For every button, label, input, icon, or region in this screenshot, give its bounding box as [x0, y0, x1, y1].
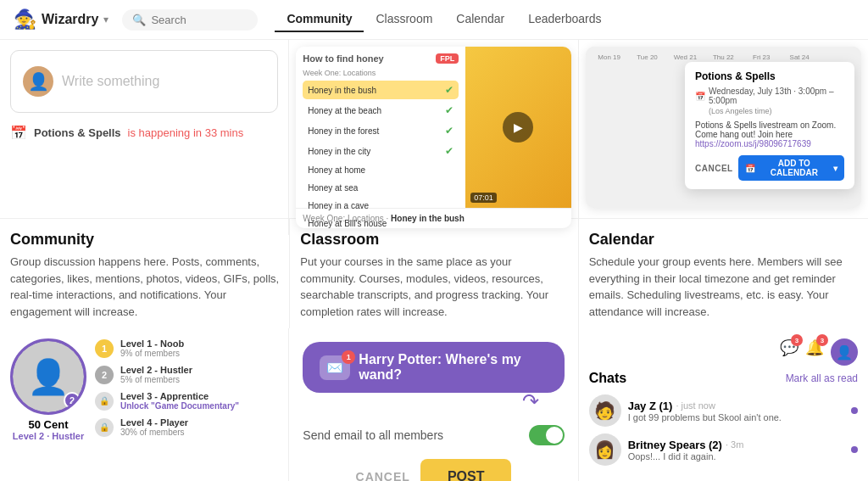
- chat-item[interactable]: 👩 Britney Spears (2) · 3m Oops!... I did…: [589, 433, 858, 466]
- classroom-panel: How to find honey FPL Week One: Location…: [289, 40, 578, 235]
- unread-dot: [851, 407, 858, 414]
- avatar-emoji: 👤: [28, 71, 49, 92]
- course-item[interactable]: Honey at home: [303, 162, 459, 178]
- cal-day: Mon 19: [591, 52, 628, 63]
- chat-name-row: Britney Spears (2) · 3m: [628, 439, 844, 451]
- level-item: 🔒 Level 4 - Player 30% of members: [95, 417, 278, 437]
- event-name: Potions & Spells: [34, 126, 121, 139]
- nav-tab-classroom[interactable]: Classroom: [364, 7, 444, 32]
- chat-preview: I got 99 problems but Skool ain't one.: [628, 412, 844, 422]
- bell-notif: 🔔 3: [805, 338, 824, 366]
- calendar-add-icon: 📅: [745, 164, 755, 173]
- course-list: How to find honey FPL Week One: Location…: [296, 47, 465, 208]
- send-toggle[interactable]: [529, 425, 565, 445]
- chat-avatar: 🧑: [589, 394, 621, 427]
- play-button[interactable]: ▶: [503, 112, 533, 143]
- level-badge-lock: 🔒: [95, 418, 114, 437]
- descriptions-row: Community Group discussion happens here.…: [0, 218, 868, 328]
- write-box[interactable]: 👤 Write something: [10, 50, 278, 113]
- calendar-icon: 📅: [10, 125, 27, 141]
- send-row: Send email to all members: [303, 425, 564, 445]
- cancel-button[interactable]: CANCEL: [356, 470, 410, 481]
- chats-header: Chats Mark all as read: [589, 371, 858, 386]
- user-avatar: 👤: [23, 66, 53, 97]
- notification-icons: 💬 3 🔔 3 👤: [589, 338, 858, 366]
- popup-timezone: (Los Angeles time): [709, 107, 844, 115]
- video-timestamp: 07:01: [470, 193, 497, 203]
- calendar-card: Mon 19 Tue 20 Wed 21 Thu 22 Fri 23 Sat 2…: [586, 47, 861, 208]
- chat-content: Jay Z (1) · just now I got 99 problems b…: [628, 400, 844, 422]
- video-background: ▶: [465, 47, 570, 208]
- email-unread-badge: 1: [342, 350, 355, 364]
- nav-tab-leaderboards[interactable]: Leaderboards: [516, 7, 613, 32]
- search-icon: 🔍: [132, 14, 146, 26]
- nav-tabs: Community Classroom Calendar Leaderboard…: [275, 7, 613, 32]
- toggle-knob: [546, 427, 563, 444]
- action-row: CANCEL POST: [303, 459, 564, 481]
- popup-cancel-button[interactable]: CANCEL: [695, 164, 733, 173]
- popup-add-calendar-button[interactable]: 📅 ADD TO CALENDAR ▾: [738, 155, 844, 181]
- level-item: 🔒 Level 3 - Apprentice Unlock "Game Docu…: [95, 391, 278, 411]
- user-level: Level 2 · Hustler: [13, 431, 84, 441]
- bottom-row: 👤 2 50 Cent Level 2 · Hustler 1 Level 1 …: [0, 328, 868, 481]
- chat-name: Jay Z (1): [628, 400, 673, 412]
- check-icon: ✔: [445, 125, 453, 137]
- popup-link[interactable]: https://zoom.us/j/98096717639: [695, 139, 811, 148]
- classroom-title: Classroom: [300, 231, 567, 249]
- level-unlock-link[interactable]: Unlock "Game Documentary": [120, 401, 239, 411]
- course-badge: FPL: [436, 53, 459, 64]
- popup-title: Potions & Spells: [695, 70, 844, 82]
- level-name: Level 1 - Noob: [120, 338, 184, 349]
- course-item[interactable]: Honey in a cave: [303, 198, 459, 214]
- calendar-panel: Mon 19 Tue 20 Wed 21 Thu 22 Fri 23 Sat 2…: [579, 40, 868, 235]
- logo-text: Wizardry: [42, 12, 98, 27]
- course-item[interactable]: Honey in the bush ✔: [303, 81, 459, 99]
- email-icon: ✉️: [326, 361, 343, 375]
- course-item[interactable]: Honey in the forest ✔: [303, 121, 459, 140]
- logo-caret-icon[interactable]: ▾: [103, 14, 108, 25]
- chat-item[interactable]: 🧑 Jay Z (1) · just now I got 99 problems…: [589, 394, 858, 427]
- cal-day: Tue 20: [629, 52, 666, 63]
- dropdown-arrow-icon: ▾: [833, 164, 837, 173]
- event-notice: 📅 Potions & Spells is happening in 33 mi…: [10, 125, 278, 141]
- course-item[interactable]: Honey in the city ✔: [303, 142, 459, 160]
- community-title: Community: [10, 231, 279, 249]
- video-area: ▶ 07:01: [465, 47, 570, 208]
- level-badge-2: 2: [95, 366, 114, 384]
- level-badge-1: 1: [95, 339, 114, 358]
- level-item: 2 Level 2 - Hustler 5% of members: [95, 365, 278, 384]
- messages-notif: 💬 3: [780, 338, 798, 366]
- calendar-description: Calendar Schedule your group events here…: [579, 219, 868, 328]
- classroom-text: Put your courses in the same place as yo…: [300, 254, 567, 320]
- course-item[interactable]: Honey at the beach ✔: [303, 101, 459, 120]
- calendar-small-icon: 📅: [695, 92, 705, 101]
- search-box[interactable]: 🔍: [122, 9, 258, 31]
- course-header: How to find honey FPL: [303, 53, 459, 64]
- email-card: ✉️ 1 Harry Potter: Where's my wand? ↷ Se…: [289, 328, 578, 481]
- search-input[interactable]: [151, 14, 236, 26]
- top-row: 👤 Write something 📅 Potions & Spells is …: [0, 40, 868, 218]
- nav-tab-calendar[interactable]: Calendar: [444, 7, 516, 32]
- level-name: Level 3 - Apprentice: [120, 391, 239, 401]
- popup-actions: CANCEL 📅 ADD TO CALENDAR ▾: [695, 155, 844, 181]
- chats-title: Chats: [589, 371, 626, 386]
- level-name: Level 4 - Player: [120, 417, 188, 428]
- course-item[interactable]: Honey at sea: [303, 180, 459, 196]
- chat-avatar: 👩: [589, 433, 621, 466]
- mark-all-read-link[interactable]: Mark all as read: [786, 372, 858, 384]
- write-placeholder: Write something: [62, 74, 159, 89]
- bubble-tail: ↷: [303, 391, 564, 411]
- avatar-level-badge: 2: [64, 392, 81, 409]
- nav-tab-community[interactable]: Community: [275, 7, 364, 32]
- levels-list: 1 Level 1 - Noob 9% of members 2 Level 2…: [95, 338, 278, 444]
- chats-card: 💬 3 🔔 3 👤 Chats Mark all as read 🧑 Jay Z…: [579, 328, 868, 481]
- level-pct: 5% of members: [120, 375, 192, 384]
- user-notif-avatar[interactable]: 👤: [831, 338, 858, 366]
- unread-dot: [851, 446, 858, 453]
- post-button[interactable]: POST: [420, 459, 512, 481]
- chat-time: · just now: [676, 400, 715, 411]
- calendar-title: Calendar: [589, 231, 858, 249]
- check-icon: ✔: [445, 104, 453, 116]
- chat-content: Britney Spears (2) · 3m Oops!... I did i…: [628, 439, 844, 461]
- email-bubble: ✉️ 1 Harry Potter: Where's my wand?: [303, 342, 564, 393]
